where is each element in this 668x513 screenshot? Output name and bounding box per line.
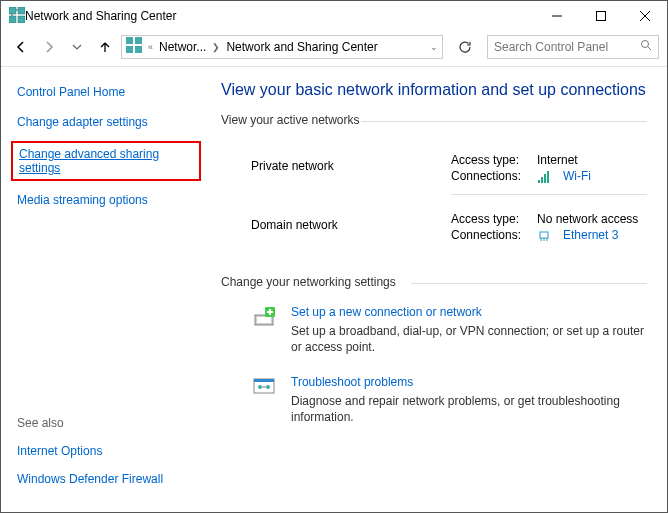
network-row-domain: Domain network Access type: No network a… xyxy=(221,196,647,255)
breadcrumb[interactable]: « Networ... ❯ Network and Sharing Center… xyxy=(121,35,443,59)
back-button[interactable] xyxy=(9,35,33,59)
access-type-label: Access type: xyxy=(451,153,527,167)
up-button[interactable] xyxy=(93,35,117,59)
recent-locations-button[interactable] xyxy=(65,35,89,59)
svg-point-32 xyxy=(266,385,270,389)
breadcrumb-icon xyxy=(126,37,142,56)
close-button[interactable] xyxy=(623,1,667,31)
network-name: Private network xyxy=(251,153,451,186)
svg-rect-2 xyxy=(9,16,16,23)
setup-connection-link[interactable]: Set up a new connection or network xyxy=(291,305,647,319)
svg-rect-1 xyxy=(18,7,25,14)
svg-rect-17 xyxy=(541,177,543,183)
breadcrumb-parent[interactable]: Networ... xyxy=(159,40,206,54)
change-advanced-sharing-link[interactable]: Change advanced sharing settings xyxy=(19,147,159,175)
window-title: Network and Sharing Center xyxy=(25,9,176,23)
active-networks-header: View your active networks xyxy=(221,113,647,133)
change-adapter-settings-link[interactable]: Change adapter settings xyxy=(17,115,195,129)
svg-rect-11 xyxy=(135,37,142,44)
windows-defender-firewall-link[interactable]: Windows Defender Firewall xyxy=(17,472,195,486)
troubleshoot-desc: Diagnose and repair network problems, or… xyxy=(291,393,647,425)
access-type-value: No network access xyxy=(537,212,638,226)
sidebar: Control Panel Home Change adapter settin… xyxy=(1,67,211,512)
svg-rect-30 xyxy=(254,379,274,382)
network-row-private: Private network Access type: Internet Co… xyxy=(221,137,647,196)
wifi-signal-icon xyxy=(537,169,553,184)
refresh-button[interactable] xyxy=(453,35,477,59)
svg-rect-16 xyxy=(538,180,540,183)
search-input[interactable]: Search Control Panel xyxy=(487,35,659,59)
network-sharing-icon xyxy=(9,7,25,26)
breadcrumb-current[interactable]: Network and Sharing Center xyxy=(226,40,377,54)
search-placeholder: Search Control Panel xyxy=(494,40,608,54)
svg-rect-25 xyxy=(257,317,271,323)
access-type-label: Access type: xyxy=(451,212,527,226)
svg-line-15 xyxy=(648,47,651,50)
troubleshoot-icon xyxy=(251,375,277,425)
network-name: Domain network xyxy=(251,212,451,245)
see-also-label: See also xyxy=(17,416,195,430)
svg-point-14 xyxy=(642,41,649,48)
troubleshoot-link[interactable]: Troubleshoot problems xyxy=(291,375,647,389)
svg-rect-19 xyxy=(547,171,549,183)
main-panel: View your basic network information and … xyxy=(211,67,667,512)
connections-label: Connections: xyxy=(451,228,527,242)
chevron-right-icon[interactable]: ❯ xyxy=(212,42,220,52)
svg-rect-20 xyxy=(540,232,548,238)
setup-connection-item: Set up a new connection or network Set u… xyxy=(221,299,647,369)
internet-options-link[interactable]: Internet Options xyxy=(17,444,195,458)
highlighted-sidebar-item: Change advanced sharing settings xyxy=(11,141,201,181)
ethernet-connection-link[interactable]: Ethernet 3 xyxy=(563,228,618,242)
page-title: View your basic network information and … xyxy=(221,81,647,99)
control-panel-home-link[interactable]: Control Panel Home xyxy=(17,85,195,99)
troubleshoot-item: Troubleshoot problems Diagnose and repai… xyxy=(221,369,647,439)
svg-rect-0 xyxy=(9,7,16,14)
setup-connection-icon xyxy=(251,305,277,355)
ethernet-icon xyxy=(537,228,553,243)
maximize-button[interactable] xyxy=(579,1,623,31)
media-streaming-options-link[interactable]: Media streaming options xyxy=(17,193,195,207)
svg-rect-12 xyxy=(126,46,133,53)
toolbar: « Networ... ❯ Network and Sharing Center… xyxy=(1,31,667,67)
minimize-button[interactable] xyxy=(535,1,579,31)
svg-point-31 xyxy=(258,385,262,389)
change-networking-header: Change your networking settings xyxy=(221,275,647,295)
access-type-value: Internet xyxy=(537,153,578,167)
svg-rect-7 xyxy=(597,12,606,21)
svg-rect-18 xyxy=(544,174,546,183)
svg-rect-13 xyxy=(135,46,142,53)
connections-label: Connections: xyxy=(451,169,527,183)
svg-rect-3 xyxy=(18,16,25,23)
titlebar: Network and Sharing Center xyxy=(1,1,667,31)
search-icon xyxy=(640,39,652,54)
forward-button[interactable] xyxy=(37,35,61,59)
chevron-down-icon[interactable]: ⌄ xyxy=(430,42,438,52)
wifi-connection-link[interactable]: Wi-Fi xyxy=(563,169,591,183)
breadcrumb-sep-icon[interactable]: « xyxy=(148,42,153,52)
svg-rect-10 xyxy=(126,37,133,44)
setup-connection-desc: Set up a broadband, dial-up, or VPN conn… xyxy=(291,323,647,355)
